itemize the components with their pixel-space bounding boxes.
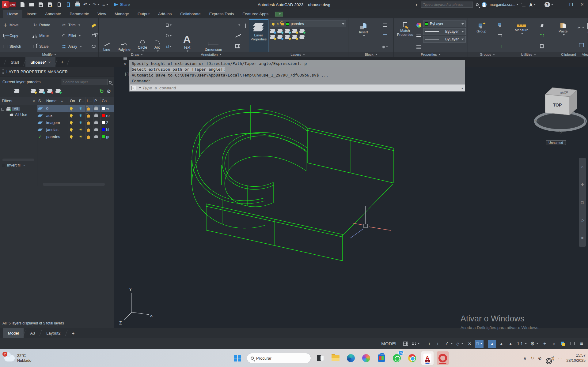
object-snap-toggle[interactable]: □ <box>475 340 484 348</box>
lock-icon[interactable] <box>87 136 90 139</box>
share-button[interactable]: Share <box>114 2 130 7</box>
command-expand-icon[interactable]: ▴ <box>461 86 463 90</box>
new-file-button[interactable] <box>19 2 25 7</box>
lock-icon[interactable] <box>87 122 90 125</box>
opera-taskbar-button[interactable] <box>437 351 449 365</box>
help-search-input[interactable] <box>421 2 473 8</box>
restore-button[interactable]: ❐ <box>567 1 575 8</box>
save-button[interactable] <box>38 2 44 7</box>
panel-label-properties[interactable]: Properties <box>394 52 468 57</box>
ellipse-button[interactable] <box>166 33 172 38</box>
customization-button[interactable]: ≡ <box>578 340 586 348</box>
thaw-icon[interactable]: ☀ <box>79 134 83 139</box>
tab-model[interactable]: Model <box>3 328 24 338</box>
ribbon-display-toggle[interactable] <box>275 12 283 17</box>
clock[interactable]: 15:57 23/10/2025 <box>566 353 586 363</box>
invert-filter-checkbox[interactable] <box>2 164 5 167</box>
search-icon[interactable] <box>476 3 479 6</box>
stretch-button[interactable]: Stretch <box>2 41 28 52</box>
layer-unisolate-button[interactable] <box>277 35 283 39</box>
tab-uhouse[interactable]: uhouse* × <box>25 57 55 67</box>
graphics-performance-button[interactable] <box>559 340 567 348</box>
tab-collaborate[interactable]: Collaborate <box>176 10 205 18</box>
on-icon[interactable] <box>70 128 73 131</box>
object-snap-tracking-toggle[interactable]: ✕ <box>466 340 474 348</box>
scale-button[interactable]: Scale <box>32 41 58 52</box>
tray-expand-icon[interactable]: ∧ <box>523 356 526 361</box>
circle-button[interactable]: Circle <box>137 20 149 52</box>
cut-button[interactable]: ✂ <box>578 25 583 30</box>
tree-expander-icon[interactable] <box>1 108 4 110</box>
command-input[interactable] <box>142 86 460 90</box>
panel-label-groups[interactable]: Groups <box>468 52 507 57</box>
explode-button[interactable] <box>91 33 97 38</box>
annotation-monitor-button[interactable]: + <box>541 340 549 348</box>
tab-view[interactable]: View <box>93 10 110 18</box>
linetype-dropdown[interactable]: ByLayer <box>423 36 466 43</box>
on-icon[interactable] <box>70 121 73 124</box>
close-button[interactable]: × <box>578 1 586 8</box>
tab-close-icon[interactable]: × <box>48 60 51 65</box>
new-layer-button[interactable] <box>31 89 36 94</box>
linetype-icon[interactable] <box>416 45 421 49</box>
on-icon[interactable] <box>70 135 73 138</box>
app-menu-button[interactable]: A CAD <box>2 1 16 8</box>
filter-tree-all-used[interactable]: All Use <box>9 113 36 117</box>
copilot-button[interactable] <box>360 351 372 365</box>
tab-a3[interactable]: A3 <box>25 328 40 338</box>
color-cell[interactable]: gr <box>101 133 114 140</box>
layer-table-header[interactable]: S.. Name▲ On F... L... P... Co... <box>37 97 114 105</box>
on-icon[interactable] <box>70 114 73 117</box>
edit-block-button[interactable] <box>382 33 388 38</box>
layer-row-imagem[interactable]: imagem ❄ 2 <box>37 119 114 126</box>
save-as-button[interactable] <box>47 2 53 7</box>
select-all-button[interactable] <box>539 33 545 38</box>
layer-off-button[interactable] <box>270 28 275 33</box>
panel-label-annotation[interactable]: Annotation <box>175 52 247 57</box>
undo-button[interactable]: ↶ <box>84 2 90 7</box>
full-navigation-wheel-icon[interactable]: ○ <box>581 165 584 169</box>
panel-label-draw[interactable]: Draw <box>99 52 175 57</box>
weather-widget[interactable]: 2 22°C Nublado <box>4 353 66 363</box>
insert-button[interactable]: Insert <box>354 20 373 52</box>
tab-annotate[interactable]: Annotate <box>41 10 65 18</box>
microsoft-store-button[interactable] <box>375 351 388 365</box>
tab-manage[interactable]: Manage <box>110 10 133 18</box>
plot-icon[interactable] <box>94 107 98 110</box>
command-window[interactable]: × Specify height of extrusion or [Direct… <box>129 60 465 92</box>
make-current-button[interactable] <box>299 28 305 33</box>
ungroup-button[interactable] <box>497 23 503 28</box>
new-drawing-tab-button[interactable]: + <box>57 59 67 65</box>
object-color-dropdown[interactable]: ByLayer <box>423 21 466 27</box>
panel-label-block[interactable]: Block <box>348 52 393 57</box>
layer-isolate-button[interactable] <box>277 28 283 33</box>
create-block-button[interactable] <box>382 23 388 28</box>
account-menu[interactable]: margarida.cra... <box>490 2 518 7</box>
model-space-toggle[interactable]: MODEL <box>379 340 400 348</box>
match-properties-button[interactable]: Match Properties <box>396 20 415 52</box>
tab-layout2[interactable]: Layout2 <box>41 328 65 338</box>
layer-states-button[interactable] <box>14 89 20 94</box>
autoscale-toggle[interactable]: ▲ <box>497 340 505 348</box>
plot-icon[interactable] <box>94 122 98 124</box>
panel-label-utilities[interactable]: Utilities <box>507 52 550 57</box>
user-avatar[interactable] <box>482 2 487 7</box>
table-hscrollbar[interactable] <box>43 183 105 186</box>
layer-row-janelas[interactable]: janelas ☀ bl <box>37 126 114 133</box>
workspace-switching-button[interactable]: ⚙ <box>529 340 540 348</box>
app-store-cart-icon[interactable] <box>522 3 526 6</box>
layer-dropdown[interactable]: ☀ paredes <box>270 21 346 27</box>
pan-icon[interactable]: ✛ <box>581 182 584 187</box>
battery-icon[interactable]: ▭ <box>558 356 562 361</box>
linear-dim-button[interactable] <box>235 23 240 28</box>
whatsapp-button[interactable]: 76 <box>391 351 403 365</box>
tab-addins[interactable]: Add-ins <box>154 10 176 18</box>
freeze-icon[interactable]: ❄ <box>79 113 82 118</box>
command-input-row[interactable]: >_ ▴ <box>129 84 465 92</box>
mirror-button[interactable]: Mirror <box>32 30 58 41</box>
plot-icon[interactable] <box>94 129 98 131</box>
line-button[interactable]: Line <box>102 20 112 52</box>
settings-button[interactable]: ⚙ <box>107 88 111 94</box>
refresh-button[interactable]: ↻ <box>99 88 104 95</box>
annotation-scale-button[interactable]: 1:1 <box>516 340 528 348</box>
